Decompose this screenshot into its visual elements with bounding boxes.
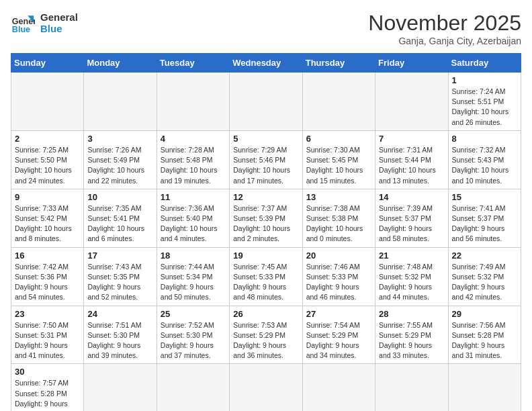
day-number: 28 [379,309,444,319]
day-number: 15 [452,192,517,202]
day-info: Sunrise: 7:26 AM Sunset: 5:49 PM Dayligh… [87,145,152,186]
calendar-cell: 3Sunrise: 7:26 AM Sunset: 5:49 PM Daylig… [84,130,157,189]
calendar-cell: 8Sunrise: 7:32 AM Sunset: 5:43 PM Daylig… [448,130,521,189]
day-number: 19 [233,250,298,261]
calendar-cell [157,364,229,411]
calendar-table: SundayMondayTuesdayWednesdayThursdayFrid… [11,53,521,411]
calendar-cell [157,73,229,131]
day-number: 25 [161,309,226,319]
day-info: Sunrise: 7:24 AM Sunset: 5:51 PM Dayligh… [452,87,517,128]
day-number: 18 [161,250,226,261]
day-info: Sunrise: 7:36 AM Sunset: 5:40 PM Dayligh… [161,203,226,244]
calendar-week-5: 30Sunrise: 7:57 AM Sunset: 5:28 PM Dayli… [11,364,521,411]
day-number: 12 [233,192,298,202]
calendar-cell: 30Sunrise: 7:57 AM Sunset: 5:28 PM Dayli… [11,364,84,411]
day-info: Sunrise: 7:29 AM Sunset: 5:46 PM Dayligh… [233,145,298,186]
day-number: 29 [452,309,517,319]
day-number: 13 [306,192,371,202]
day-number: 2 [15,134,80,144]
day-number: 11 [161,192,226,202]
svg-text:Blue: Blue [12,25,30,34]
day-info: Sunrise: 7:28 AM Sunset: 5:48 PM Dayligh… [161,145,226,186]
day-info: Sunrise: 7:51 AM Sunset: 5:30 PM Dayligh… [87,320,152,361]
day-number: 21 [379,250,444,261]
day-info: Sunrise: 7:46 AM Sunset: 5:33 PM Dayligh… [306,262,371,303]
calendar-cell: 17Sunrise: 7:43 AM Sunset: 5:35 PM Dayli… [84,247,157,306]
calendar-cell: 12Sunrise: 7:37 AM Sunset: 5:39 PM Dayli… [230,189,302,247]
calendar-cell [84,73,157,131]
day-info: Sunrise: 7:53 AM Sunset: 5:29 PM Dayligh… [233,320,298,361]
calendar-cell: 21Sunrise: 7:48 AM Sunset: 5:32 PM Dayli… [375,247,448,306]
day-info: Sunrise: 7:32 AM Sunset: 5:43 PM Dayligh… [452,145,517,186]
calendar-cell: 11Sunrise: 7:36 AM Sunset: 5:40 PM Dayli… [157,189,229,247]
day-number: 1 [452,75,517,85]
calendar-cell [230,73,302,131]
day-info: Sunrise: 7:50 AM Sunset: 5:31 PM Dayligh… [15,320,80,361]
calendar-cell: 19Sunrise: 7:45 AM Sunset: 5:33 PM Dayli… [230,247,302,306]
day-info: Sunrise: 7:52 AM Sunset: 5:30 PM Dayligh… [161,320,226,361]
weekday-header-row: SundayMondayTuesdayWednesdayThursdayFrid… [11,54,521,73]
weekday-header-tuesday: Tuesday [157,54,229,73]
calendar-cell: 2Sunrise: 7:25 AM Sunset: 5:50 PM Daylig… [11,130,84,189]
weekday-header-thursday: Thursday [302,54,375,73]
day-info: Sunrise: 7:41 AM Sunset: 5:37 PM Dayligh… [452,203,517,244]
day-number: 4 [161,134,226,144]
day-number: 22 [452,250,517,261]
day-info: Sunrise: 7:30 AM Sunset: 5:45 PM Dayligh… [306,145,371,186]
day-info: Sunrise: 7:56 AM Sunset: 5:28 PM Dayligh… [452,320,517,361]
calendar-cell: 6Sunrise: 7:30 AM Sunset: 5:45 PM Daylig… [302,130,375,189]
calendar-cell: 9Sunrise: 7:33 AM Sunset: 5:42 PM Daylig… [11,189,84,247]
page-header: General Blue General Blue November 2025 … [11,11,521,46]
day-number: 14 [379,192,444,202]
weekday-header-monday: Monday [84,54,157,73]
day-number: 9 [15,192,80,202]
calendar-cell [375,73,448,131]
day-number: 24 [87,309,152,319]
day-info: Sunrise: 7:25 AM Sunset: 5:50 PM Dayligh… [15,145,80,186]
day-info: Sunrise: 7:48 AM Sunset: 5:32 PM Dayligh… [379,262,444,303]
calendar-week-1: 2Sunrise: 7:25 AM Sunset: 5:50 PM Daylig… [11,130,521,189]
month-title: November 2025 [368,11,521,36]
calendar-cell: 22Sunrise: 7:49 AM Sunset: 5:32 PM Dayli… [448,247,521,306]
day-number: 3 [87,134,152,144]
logo: General Blue General Blue [11,11,78,35]
day-info: Sunrise: 7:37 AM Sunset: 5:39 PM Dayligh… [233,203,298,244]
calendar-cell: 14Sunrise: 7:39 AM Sunset: 5:37 PM Dayli… [375,189,448,247]
day-info: Sunrise: 7:57 AM Sunset: 5:28 PM Dayligh… [15,378,80,411]
day-info: Sunrise: 7:45 AM Sunset: 5:33 PM Dayligh… [233,262,298,303]
weekday-header-friday: Friday [375,54,448,73]
calendar-cell [11,73,84,131]
calendar-cell: 25Sunrise: 7:52 AM Sunset: 5:30 PM Dayli… [157,306,229,364]
day-number: 26 [233,309,298,319]
calendar-week-4: 23Sunrise: 7:50 AM Sunset: 5:31 PM Dayli… [11,306,521,364]
calendar-cell: 15Sunrise: 7:41 AM Sunset: 5:37 PM Dayli… [448,189,521,247]
logo-blue: Blue [40,23,78,34]
day-number: 8 [452,134,517,144]
calendar-cell: 24Sunrise: 7:51 AM Sunset: 5:30 PM Dayli… [84,306,157,364]
day-info: Sunrise: 7:38 AM Sunset: 5:38 PM Dayligh… [306,203,371,244]
logo-svg: General Blue [11,11,35,35]
calendar-cell: 29Sunrise: 7:56 AM Sunset: 5:28 PM Dayli… [448,306,521,364]
weekday-header-wednesday: Wednesday [230,54,302,73]
day-number: 16 [15,250,80,261]
logo-general: General [40,11,78,23]
calendar-cell [375,364,448,411]
calendar-cell: 16Sunrise: 7:42 AM Sunset: 5:36 PM Dayli… [11,247,84,306]
day-info: Sunrise: 7:54 AM Sunset: 5:29 PM Dayligh… [306,320,371,361]
day-info: Sunrise: 7:49 AM Sunset: 5:32 PM Dayligh… [452,262,517,303]
calendar-cell: 27Sunrise: 7:54 AM Sunset: 5:29 PM Dayli… [302,306,375,364]
day-info: Sunrise: 7:55 AM Sunset: 5:29 PM Dayligh… [379,320,444,361]
location-subtitle: Ganja, Ganja City, Azerbaijan [368,36,521,46]
calendar-cell: 5Sunrise: 7:29 AM Sunset: 5:46 PM Daylig… [230,130,302,189]
day-number: 10 [87,192,152,202]
weekday-header-saturday: Saturday [448,54,521,73]
day-number: 7 [379,134,444,144]
calendar-cell [230,364,302,411]
calendar-cell [302,364,375,411]
title-block: November 2025 Ganja, Ganja City, Azerbai… [368,11,521,46]
day-number: 17 [87,250,152,261]
day-number: 6 [306,134,371,144]
day-info: Sunrise: 7:44 AM Sunset: 5:34 PM Dayligh… [161,262,226,303]
calendar-cell: 26Sunrise: 7:53 AM Sunset: 5:29 PM Dayli… [230,306,302,364]
calendar-cell: 1Sunrise: 7:24 AM Sunset: 5:51 PM Daylig… [448,73,521,131]
